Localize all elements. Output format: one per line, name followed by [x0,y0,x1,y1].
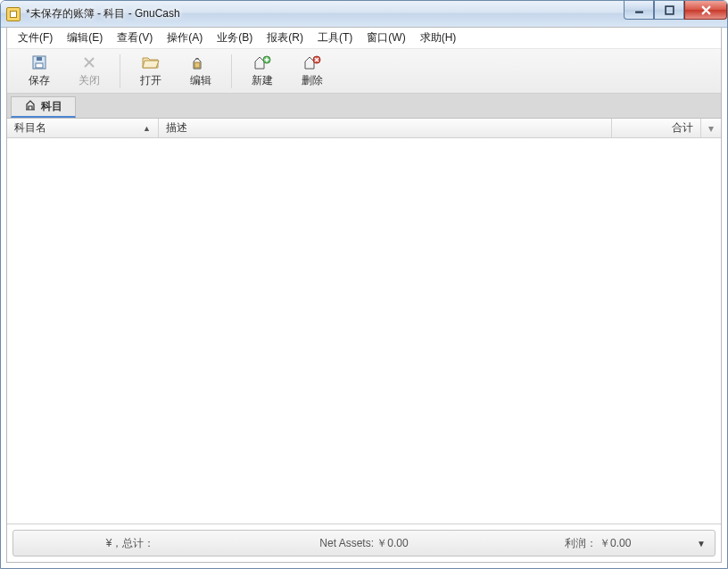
svg-rect-5 [36,63,43,68]
col-desc-label: 描述 [166,120,187,136]
column-account-name[interactable]: 科目名 ▲ [7,119,159,137]
column-options-button[interactable]: ▾ [701,119,721,137]
col-name-label: 科目名 [14,120,46,136]
close-tab-button: 关闭 [64,50,114,93]
close-label: 关闭 [79,73,100,88]
tab-bar: 科目 [7,94,721,119]
menu-file[interactable]: 文件(F) [11,29,60,47]
menu-business[interactable]: 业务(B) [210,29,260,47]
toolbar: 保存 关闭 打开 编辑 新建 [7,49,721,94]
menu-reports[interactable]: 报表(R) [260,29,310,47]
col-total-label: 合计 [672,120,693,136]
menu-view[interactable]: 查看(V) [110,29,160,47]
window-title: *未保存的账簿 - 科目 - GnuCash [26,6,180,21]
app-frame: 文件(F) 编辑(E) 查看(V) 操作(A) 业务(B) 报表(R) 工具(T… [6,27,722,563]
new-button[interactable]: 新建 [237,50,287,93]
svg-rect-9 [194,62,200,68]
new-label: 新建 [252,73,273,88]
menu-edit[interactable]: 编辑(E) [60,29,110,47]
menu-help[interactable]: 求助(H) [413,29,464,47]
delete-button[interactable]: 删除 [287,50,337,93]
menu-windows[interactable]: 窗口(W) [360,29,412,47]
summary-bar[interactable]: ¥，总计： Net Assets: ￥0.00 利润： ￥0.00 ▼ [12,530,716,557]
save-label: 保存 [29,73,50,88]
summary-dropdown-icon[interactable]: ▼ [697,539,706,548]
minimize-button[interactable] [624,1,654,20]
menu-bar: 文件(F) 编辑(E) 查看(V) 操作(A) 业务(B) 报表(R) 工具(T… [7,28,721,49]
app-icon [6,7,21,21]
tab-accounts[interactable]: 科目 [11,96,76,118]
delete-account-icon [303,54,321,70]
window-controls [624,1,727,20]
folder-open-icon [142,54,160,70]
toolbar-separator [120,54,120,88]
menu-actions[interactable]: 操作(A) [160,29,210,47]
save-button[interactable]: 保存 [14,50,64,93]
status-profit: 利润： ￥0.00 [481,536,715,551]
open-label: 打开 [140,73,161,88]
delete-label: 删除 [302,73,323,88]
column-total[interactable]: 合计 [612,119,701,137]
edit-label: 编辑 [190,73,211,88]
maximize-button[interactable] [654,1,684,20]
title-bar: *未保存的账簿 - 科目 - GnuCash [1,1,727,28]
chevron-down-icon: ▾ [708,122,714,135]
open-button[interactable]: 打开 [126,50,176,93]
close-icon [80,54,98,70]
svg-rect-6 [37,57,42,61]
new-account-icon [253,54,271,70]
tab-label: 科目 [41,99,62,114]
toolbar-separator-2 [231,54,232,88]
status-net-assets: Net Assets: ￥0.00 [247,536,481,551]
accounts-icon [24,99,37,114]
close-button[interactable] [684,1,727,20]
accounts-tree[interactable] [7,138,721,524]
column-headers: 科目名 ▲ 描述 合计 ▾ [7,119,721,138]
sort-ascending-icon: ▲ [143,124,151,133]
edit-account-icon [192,54,210,70]
edit-button[interactable]: 编辑 [176,50,226,93]
status-grand-total: ¥，总计： [13,536,247,551]
column-description[interactable]: 描述 [159,119,612,137]
save-icon [30,54,48,70]
svg-rect-1 [666,6,674,14]
menu-tools[interactable]: 工具(T) [310,29,360,47]
